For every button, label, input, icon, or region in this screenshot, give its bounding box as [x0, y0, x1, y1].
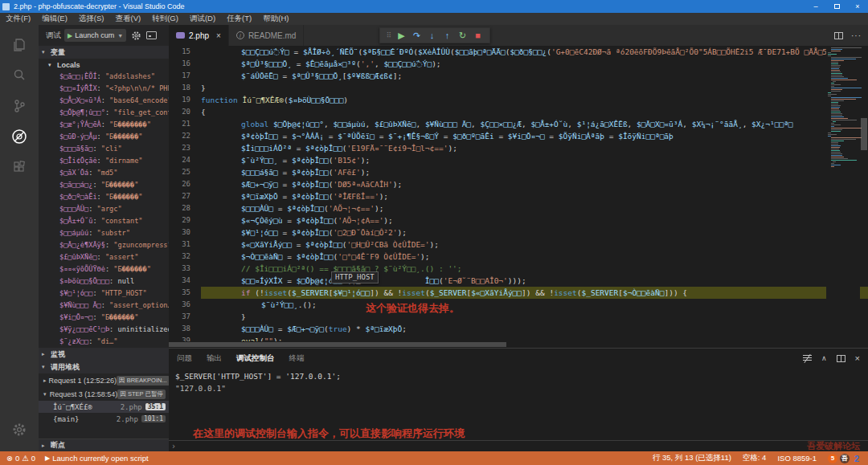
- variable-row[interactable]: $¥□¹¦ó□□: "HTTP_HOST": [39, 288, 169, 300]
- call-stack-section-header[interactable]: ▾ 调用堆栈: [39, 361, 169, 373]
- code-line[interactable]: 29$«¬ÇÒēý□ù = $ª¢òþÎ□□('AÕ¬¦¢A==');: [169, 214, 868, 226]
- code-line[interactable]: 31$«□XāYiÅý□□ = $ª¢òþÎ□□('□H□Û²CBā Ò¢ÛÎD…: [169, 239, 868, 251]
- line-number[interactable]: 17: [169, 70, 201, 82]
- variable-row[interactable]: $□Ōþ@¶¦û□□°: "file_get_cont…": [39, 107, 169, 119]
- menu-item[interactable]: 帮助(H): [257, 13, 294, 25]
- variable-row[interactable]: $□□□ā§ā□: "cli": [39, 143, 169, 155]
- line-number[interactable]: 15: [169, 46, 201, 58]
- debug-icon[interactable]: [0, 121, 39, 152]
- code-line[interactable]: 21global $□Ōþ@¢¦û□□°, $□□áµùú, $£□ûÞXÑē□…: [169, 118, 868, 130]
- line-number[interactable]: 21: [169, 118, 201, 130]
- menu-item[interactable]: 选择(S): [73, 13, 110, 25]
- variable-row[interactable]: $□□¤ÍýŘÎX: "<?php\n\n/* PHP…": [39, 83, 169, 95]
- line-number[interactable]: 23: [169, 142, 201, 154]
- step-over-button[interactable]: ↷: [409, 31, 424, 41]
- code-line[interactable]: 15$□□Ç□□ú߯Ý□ = $ÅÎØ÷ò¸´ÑĒÕ¨($ªБ§□□Ė´ÐºÓ(…: [169, 46, 868, 58]
- stack-frame-row[interactable]: {main}2.php101:1: [39, 413, 169, 425]
- line-number[interactable]: 33: [169, 263, 201, 275]
- code-line[interactable]: 24$¯ù²Ý□□¸ = $ª¢òþÎ□□('B15¢');: [169, 154, 868, 166]
- variable-row[interactable]: $£□ûÞXÑē□: "assert": [39, 251, 169, 263]
- line-number[interactable]: 27: [169, 190, 201, 202]
- line-number[interactable]: 18: [169, 82, 201, 94]
- line-number[interactable]: 24: [169, 154, 201, 166]
- debug-console-toggle-button[interactable]: [146, 31, 157, 39]
- variable-row[interactable]: $□ūÐ-ý□Åµ: "Б������": [39, 131, 169, 143]
- debug-console[interactable]: $_SERVER['HTTP_HOST'] = '127.0.0.1';"127…: [169, 368, 868, 451]
- panel-tab-输出[interactable]: 输出: [207, 353, 222, 364]
- variable-row[interactable]: $¨¿ƶX□□: "di…": [39, 336, 169, 348]
- code-line[interactable]: 30$¥□¹¦ó□□ = $ª¢òþÎ□□('□2□Ð˘Ōàí□Ô²2');: [169, 226, 868, 239]
- variable-row[interactable]: $□Å±+Ó˘ū: "constant": [39, 215, 169, 227]
- minimap[interactable]: [826, 46, 860, 348]
- code-line[interactable]: 36$¨ù²Ý□□¸.();: [169, 299, 868, 311]
- code-line[interactable]: 33// $Îi□□□iÁ□²ª() == $□□□ā§ā□ ? $¨ù²Ý□□…: [169, 263, 868, 275]
- vertical-scrollbar-thumb[interactable]: [861, 118, 867, 150]
- menu-item[interactable]: 转到(G): [146, 13, 184, 25]
- call-stack-session-row[interactable]: ▸Request 1 (12:52:26)因 BREAKPOIN...: [39, 373, 169, 387]
- code-line[interactable]: 23$Îi□□□iÁŌ²ª = $ª¢òþÎ□□('E19FÄ¤¯¨E¢í9¬Î…: [169, 142, 868, 154]
- line-number[interactable]: 37: [169, 311, 201, 323]
- variable-row[interactable]: $□æ°¡ŶÁ□ēÀ: "Б�������": [39, 119, 169, 131]
- line-number[interactable]: 34: [169, 275, 201, 287]
- variable-row[interactable]: $□Ā□¿ė¶XĀÿ§: "gzuncompress": [39, 239, 169, 251]
- vertical-scrollbar[interactable]: [860, 46, 868, 348]
- line-number[interactable]: 38: [169, 323, 201, 335]
- variable-row[interactable]: $¥Ñù□□□ Ā□: "assert_option…": [39, 300, 169, 312]
- variable-row[interactable]: $¥i□Ō¤¬□: "Б������": [39, 312, 169, 324]
- code-line[interactable]: 18}: [169, 82, 868, 94]
- step-into-button[interactable]: ↓: [424, 31, 440, 40]
- variable-row[interactable]: $□ā□□á□¿: "Б������": [39, 179, 169, 191]
- code-line[interactable]: 34$□□¤ÍýXÎX = $□Ōþ@¢¦ó□□°($□¨ Î□□('E¬Ø˘¨…: [169, 275, 868, 287]
- indentation-status[interactable]: 空格: 4: [743, 453, 767, 463]
- line-number[interactable]: 31: [169, 239, 201, 251]
- minimize-button[interactable]: –: [805, 0, 826, 13]
- menu-item[interactable]: 调试(D): [184, 13, 221, 25]
- panel-tab-终端[interactable]: 终端: [289, 353, 305, 364]
- editor-tab-readme-md[interactable]: iREADME.md: [229, 25, 304, 46]
- problems-status[interactable]: ⊗ 0 ⚠ 0: [6, 454, 35, 463]
- code-line[interactable]: 22$ª¢òþÎ□□ = $¬°ÀÁĀ¡ = $¯ªÛÕēï□ = $¯+¡¶Ê…: [169, 130, 868, 142]
- variable-row[interactable]: $□ā□□¡ÈÕÍ: "addslashes": [39, 71, 169, 83]
- split-panel-icon[interactable]: [837, 355, 845, 362]
- breakpoints-section-header[interactable]: ▸ 断点: [39, 438, 169, 451]
- panel-tab-调试控制台[interactable]: 调试控制台: [236, 353, 275, 364]
- more-actions-icon[interactable]: ···: [851, 31, 862, 40]
- horizontal-scrollbar[interactable]: [169, 341, 868, 348]
- extensions-icon[interactable]: [0, 152, 39, 182]
- panel-tab-问题[interactable]: 问题: [177, 353, 192, 364]
- variable-row[interactable]: $□□áµûú: "substr": [39, 227, 169, 239]
- code-line[interactable]: 38$□□□ÀÛ□ = $Æ□+¬□ÿ□(true) * $ª□ïæXþŌ;: [169, 323, 868, 335]
- watch-section-header[interactable]: ▸ 监视: [39, 348, 169, 361]
- code-line[interactable]: 28$□□□ÀÛ□ = $ª¢òþÎ□□('AÕ¬¦¬¢==');: [169, 202, 868, 214]
- code-line[interactable]: 32$¬Ò□□ēàÑ□ = $ª¢òþÎ□□('□°□4Ê¯F9 Ò¢ÛÎDE=…: [169, 251, 868, 263]
- line-number[interactable]: 25: [169, 166, 201, 178]
- menu-item[interactable]: 任务(T): [221, 13, 257, 25]
- search-icon[interactable]: [0, 60, 39, 91]
- stop-button[interactable]: ■: [470, 31, 485, 40]
- variable-row[interactable]: $□āX´Ōá: "md5": [39, 167, 169, 179]
- line-number[interactable]: 32: [169, 251, 201, 263]
- code-line[interactable]: 37}: [169, 311, 868, 323]
- variable-row[interactable]: $¥ÿ¿□□□ēC¹□Þ: uninitialized: [39, 324, 169, 336]
- code-line[interactable]: 19function Îú¨□¶XÊÆ®($¤ÞöÙ□□§Ō□□□): [169, 94, 868, 106]
- close-tab-icon[interactable]: ×: [216, 31, 221, 40]
- code-line[interactable]: 26$Æ□+¬□ÿ□ = $ª¢òþÎ□□('DØ5ª¤AāCAÎH');: [169, 178, 868, 190]
- variable-row[interactable]: $¤¤«ÿōÕÛŸΘė: "Б������": [39, 263, 169, 275]
- encoding-status[interactable]: ISO 8859-1: [777, 454, 817, 463]
- stack-frame-row[interactable]: Îú¨□¶XÉ£®2.php35:1: [39, 401, 169, 413]
- line-number[interactable]: 28: [169, 202, 201, 214]
- code-line[interactable]: 20{: [169, 106, 868, 118]
- line-number[interactable]: 29: [169, 214, 201, 226]
- code-line[interactable]: 25$□□□á§ā□ = $ª¢òþÎ□□('AFē£');: [169, 166, 868, 178]
- restart-button[interactable]: ↻: [455, 31, 470, 41]
- line-number[interactable]: 19: [169, 94, 201, 106]
- close-panel-icon[interactable]: ×: [855, 353, 860, 363]
- title-bar[interactable]: 2.php - php-obfuscate-decrypter - Visual…: [0, 0, 868, 13]
- menu-item[interactable]: 编辑(E): [36, 13, 73, 25]
- console-input[interactable]: ›: [169, 440, 868, 451]
- variable-row[interactable]: $□Å□X□«ū³Á: "base64_encode": [39, 95, 169, 107]
- cursor-position[interactable]: 行 35, 列 13 (已选择11): [653, 453, 731, 463]
- line-number[interactable]: 16: [169, 58, 201, 70]
- menu-item[interactable]: 查看(V): [109, 13, 146, 25]
- line-number[interactable]: 22: [169, 130, 201, 142]
